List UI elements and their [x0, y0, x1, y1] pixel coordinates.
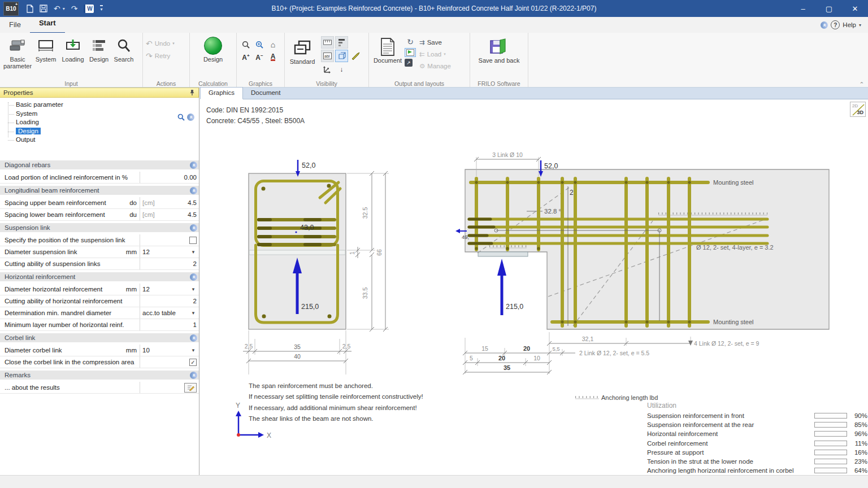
property-row-diameter-corbel: Diameter corbel linkmm 10 — [0, 345, 199, 356]
dimensions-visibility-icon[interactable] — [321, 36, 334, 49]
note-line: The shear links of the beam are not show… — [249, 413, 423, 424]
specify-position-checkbox[interactable] — [189, 237, 197, 244]
section-collapse-icon[interactable] — [190, 334, 197, 342]
collapse-ribbon-chevron-icon[interactable] — [858, 82, 865, 84]
section-header-longitudinal[interactable]: Longitudinal beam reinforcement — [0, 186, 199, 195]
undo-icon — [146, 39, 153, 48]
save-icon[interactable] — [40, 5, 47, 12]
section-collapse-icon[interactable] — [190, 224, 197, 232]
section-header-corbel-link[interactable]: Corbel link — [0, 333, 199, 342]
minimize-button[interactable]: – — [790, 0, 816, 17]
redo-icon[interactable] — [71, 5, 78, 12]
dropdown-arrow-icon[interactable] — [190, 249, 197, 255]
tree-item-basic-parameter[interactable]: Basic parameter — [0, 101, 199, 110]
font-smaller-icon[interactable]: A− — [253, 51, 266, 63]
save-and-back-button[interactable]: Save and back — [478, 34, 520, 64]
close-button[interactable]: ✕ — [842, 0, 868, 17]
loading-button[interactable]: Loading — [59, 34, 86, 63]
tree-collapse-icon[interactable] — [187, 114, 194, 121]
dropdown-arrow-icon[interactable] — [190, 286, 197, 292]
new-document-icon[interactable] — [27, 5, 33, 13]
edit-remarks-button[interactable] — [184, 383, 197, 393]
min-layers-input[interactable]: 1 — [142, 321, 197, 328]
fullscreen-layout-icon[interactable] — [405, 59, 413, 67]
section-header-horizontal[interactable]: Horizontal reinforcement — [0, 272, 199, 281]
undo-dropdown-icon[interactable] — [172, 41, 175, 46]
diameter-corbel-select[interactable]: 10 — [142, 347, 190, 354]
legend-visibility-icon[interactable] — [335, 36, 348, 49]
svg-text:X: X — [267, 432, 271, 439]
maximize-button[interactable]: ▢ — [816, 0, 842, 17]
load-arrows-visibility-icon[interactable] — [335, 63, 348, 76]
pin-icon[interactable] — [189, 89, 195, 96]
tree-search-icon[interactable] — [177, 114, 185, 121]
help-icon[interactable]: ? — [831, 20, 840, 29]
retry-button[interactable]: Retry — [146, 51, 175, 60]
outline-visibility-icon[interactable] — [335, 50, 348, 62]
section-collapse-icon[interactable] — [190, 372, 197, 379]
mandrel-select[interactable]: acc.to table — [142, 310, 190, 316]
app-icon[interactable]: B10+ — [3, 2, 19, 16]
help-dropdown-icon[interactable] — [859, 23, 861, 28]
svg-text:15: 15 — [481, 345, 488, 352]
note-line: If necessary set splitting tensile reinf… — [249, 391, 423, 402]
menu-start[interactable]: Start — [30, 16, 65, 34]
zoom-home-icon[interactable] — [267, 39, 279, 50]
close-corbel-checkbox[interactable] — [189, 359, 197, 366]
refresh-layout-icon[interactable] — [405, 37, 416, 46]
undo-dropdown-icon[interactable] — [63, 6, 65, 11]
help-label[interactable]: Help — [843, 21, 856, 28]
font-larger-icon[interactable]: A+ — [240, 51, 252, 63]
design-button[interactable]: Design — [86, 34, 111, 63]
tree-item-loading[interactable]: Loading — [0, 118, 199, 127]
tab-graphics[interactable]: Graphics — [200, 87, 243, 99]
undo-button[interactable]: Undo — [146, 39, 175, 48]
system-button[interactable]: System — [32, 34, 59, 63]
tab-document[interactable]: Document — [243, 88, 288, 99]
section-header-remarks[interactable]: Remarks — [0, 371, 199, 380]
calculate-design-button[interactable]: Design — [196, 34, 230, 63]
svg-text:33.5: 33.5 — [362, 287, 368, 299]
qat-customize-icon[interactable] — [100, 5, 102, 12]
zoom-icon[interactable] — [240, 39, 252, 50]
view-tabs: Graphics Document — [200, 88, 868, 99]
save-layout-button[interactable]: Save — [419, 37, 451, 47]
tree-item-output[interactable]: Output — [0, 136, 199, 145]
section-collapse-icon[interactable] — [190, 273, 197, 281]
dropdown-arrow-icon[interactable] — [190, 310, 197, 316]
utilization-row: Suspension reinforcement in front 90% — [647, 411, 867, 420]
load-portion-input[interactable]: 0.00 — [142, 174, 197, 181]
spacing-upper-input[interactable]: 4.5 — [155, 199, 197, 206]
font-color-icon[interactable]: A — [267, 51, 279, 63]
manage-layouts-button[interactable]: Manage — [419, 61, 451, 71]
section-collapse-icon[interactable] — [190, 162, 197, 169]
tree-item-design[interactable]: Design — [0, 127, 199, 136]
cutting-horizontal-input[interactable]: 2 — [142, 298, 197, 304]
search-button[interactable]: Search — [111, 34, 136, 63]
svg-text:49,: 49, — [462, 234, 469, 240]
spacing-lower-input[interactable]: 4.5 — [155, 211, 197, 218]
cutting-suspension-input[interactable]: 2 — [142, 260, 197, 267]
section-collapse-icon[interactable] — [190, 187, 197, 194]
dropdown-arrow-icon[interactable] — [190, 347, 197, 353]
menu-file[interactable]: File — [0, 17, 30, 33]
load-layout-button[interactable]: Load — [419, 49, 451, 59]
undo-icon[interactable] — [54, 5, 60, 12]
word-export-icon[interactable]: W — [84, 5, 94, 13]
tree-item-system[interactable]: System — [0, 110, 199, 119]
diameter-horizontal-select[interactable]: 12 — [142, 286, 190, 293]
zoom-window-icon[interactable] — [253, 39, 266, 50]
svg-text:40: 40 — [294, 353, 301, 360]
diameter-suspension-select[interactable]: 12 — [142, 249, 190, 255]
labels-visibility-icon[interactable]: abl — [321, 50, 334, 62]
texture-visibility-icon[interactable] — [349, 50, 362, 62]
axes-visibility-icon[interactable] — [321, 63, 334, 76]
utilization-row: Horizontal reinforcement 96% — [647, 429, 867, 438]
standard-view-button[interactable]: Standard — [288, 34, 317, 65]
collapse-ribbon-icon[interactable] — [821, 21, 828, 29]
section-header-suspension-link[interactable]: Suspension link — [0, 223, 199, 232]
document-button[interactable]: Document — [372, 34, 403, 64]
section-header-diagonal-rebars[interactable]: Diagonal rebars — [0, 160, 199, 169]
active-layout-icon[interactable] — [405, 48, 416, 57]
basic-parameter-button[interactable]: Basic parameter — [3, 34, 32, 69]
